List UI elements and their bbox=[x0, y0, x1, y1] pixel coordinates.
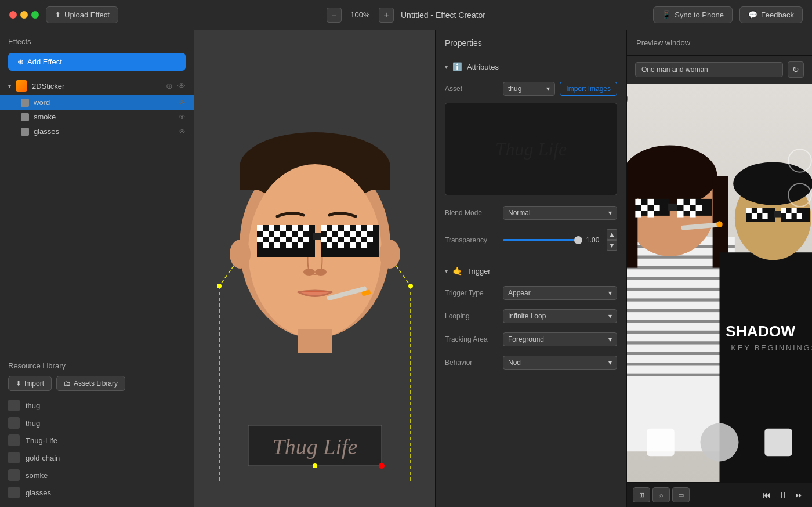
asset-value: thug bbox=[508, 85, 521, 93]
zoom-in-button[interactable]: + bbox=[379, 8, 394, 23]
svg-rect-69 bbox=[627, 309, 735, 312]
svg-rect-111 bbox=[786, 213, 791, 219]
attributes-label: Attributes bbox=[467, 63, 499, 71]
svg-rect-93 bbox=[677, 211, 684, 218]
svg-rect-70 bbox=[627, 320, 735, 323]
add-effect-button[interactable]: ⊕ Add Effect bbox=[8, 53, 186, 71]
preview-refresh-button[interactable]: ↻ bbox=[788, 61, 804, 78]
maximize-window-button[interactable] bbox=[31, 11, 39, 19]
transparency-increment-button[interactable]: ▲ bbox=[607, 229, 617, 240]
behavior-arrow-icon: ▾ bbox=[608, 358, 612, 367]
asset-dropdown-arrow-icon: ▾ bbox=[546, 85, 550, 93]
svg-rect-19 bbox=[303, 225, 309, 231]
preview-screen-button[interactable]: ▭ bbox=[672, 487, 690, 502]
attributes-section-header[interactable]: ▾ ℹ️ Attributes bbox=[436, 56, 626, 77]
tree-item-smoke[interactable]: smoke 👁 bbox=[0, 110, 194, 124]
blend-mode-dropdown[interactable]: Normal ▾ bbox=[503, 206, 617, 220]
svg-rect-94 bbox=[690, 211, 696, 218]
svg-rect-106 bbox=[757, 208, 762, 213]
tracking-area-dropdown[interactable]: Foreground ▾ bbox=[503, 332, 617, 346]
attributes-info-icon: ℹ️ bbox=[452, 62, 462, 71]
svg-rect-36 bbox=[356, 225, 361, 231]
looping-dropdown[interactable]: Infinite Loop ▾ bbox=[503, 309, 617, 323]
asset-dropdown[interactable]: thug ▾ bbox=[503, 82, 555, 96]
svg-rect-48 bbox=[338, 242, 344, 248]
trigger-section-header[interactable]: ▾ 🤙 Trigger bbox=[436, 260, 626, 281]
tree-item-word-label: word bbox=[34, 98, 50, 107]
svg-rect-14 bbox=[313, 233, 321, 240]
sync-to-phone-button[interactable]: 📱 Sync to Phone bbox=[653, 6, 733, 23]
minimize-window-button[interactable] bbox=[20, 11, 28, 19]
titlebar-left: ⬆ Upload Effect bbox=[9, 6, 118, 23]
tree-item-smoke-label: smoke bbox=[34, 113, 56, 121]
resource-thumb-gold-chain bbox=[8, 452, 20, 463]
svg-point-96 bbox=[716, 221, 723, 227]
assets-library-button[interactable]: 🗂 Assets Library bbox=[56, 376, 125, 391]
add-group-button[interactable]: ⊕ bbox=[166, 81, 173, 90]
svg-rect-110 bbox=[792, 208, 797, 213]
trigger-arrow-icon: ▾ bbox=[445, 268, 448, 274]
app-title: Untitled - Effect Creator bbox=[401, 10, 485, 20]
looping-row: Looping Infinite Loop ▾ bbox=[436, 305, 626, 328]
feedback-icon: 💬 bbox=[748, 10, 757, 19]
preview-layout-button[interactable]: ⊞ bbox=[633, 487, 650, 502]
resource-item-thug2[interactable]: thug bbox=[0, 414, 194, 432]
effects-group[interactable]: ▾ 2DSticker ⊕ 👁 bbox=[0, 77, 194, 95]
resource-item-thug-life[interactable]: Thug-Life bbox=[0, 432, 194, 449]
group-actions: ⊕ 👁 bbox=[166, 81, 186, 90]
eye-group-button[interactable]: 👁 bbox=[177, 81, 186, 90]
eye-icon-word[interactable]: 👁 bbox=[179, 99, 186, 107]
import-button[interactable]: ⬇ Import bbox=[8, 376, 52, 391]
svg-rect-92 bbox=[696, 205, 702, 211]
svg-rect-72 bbox=[627, 341, 735, 344]
resource-item-glasses[interactable]: glasses bbox=[0, 484, 194, 501]
resource-thumb-glasses bbox=[8, 487, 20, 498]
resource-item-thug1[interactable]: thug bbox=[0, 397, 194, 414]
canvas-area[interactable]: Thug Life bbox=[194, 30, 435, 507]
svg-rect-86 bbox=[654, 205, 660, 211]
svg-rect-42 bbox=[321, 237, 327, 242]
eye-icon-smoke[interactable]: 👁 bbox=[179, 113, 186, 121]
titlebar: ⬆ Upload Effect − 100% + Untitled - Effe… bbox=[0, 0, 812, 30]
preview-scene: SHADOW KEY BEGINNINGS bbox=[627, 84, 812, 482]
resource-item-smoke[interactable]: somke bbox=[0, 466, 194, 484]
tree-item-word[interactable]: word 👁 bbox=[0, 95, 194, 110]
item-icon-word bbox=[21, 99, 29, 107]
trigger-label: Trigger bbox=[467, 267, 491, 276]
trigger-type-dropdown[interactable]: Appear ▾ bbox=[503, 286, 617, 300]
preview-prev-button[interactable]: ⏮ bbox=[760, 488, 774, 502]
preview-dropdown[interactable]: One man and woman One man One woman Two … bbox=[635, 62, 783, 77]
svg-rect-28 bbox=[303, 237, 309, 242]
titlebar-right: 📱 Sync to Phone 💬 Feedback bbox=[653, 6, 803, 23]
asset-preview-text: Thug Life bbox=[495, 139, 567, 160]
titlebar-center: − 100% + Untitled - Effect Creator bbox=[327, 8, 485, 23]
preview-next-button[interactable]: ⏭ bbox=[792, 488, 806, 502]
close-window-button[interactable] bbox=[9, 11, 17, 19]
sync-icon: 📱 bbox=[662, 10, 671, 19]
svg-rect-29 bbox=[263, 242, 269, 248]
resource-label-smoke: somke bbox=[26, 471, 48, 480]
tree-item-glasses[interactable]: glasses 👁 bbox=[0, 124, 194, 139]
eye-icon-glasses[interactable]: 👁 bbox=[179, 128, 186, 136]
svg-rect-91 bbox=[683, 205, 690, 211]
import-images-button[interactable]: Import Images bbox=[560, 82, 617, 96]
behavior-dropdown[interactable]: Nod ▾ bbox=[503, 356, 617, 370]
svg-rect-66 bbox=[627, 277, 735, 280]
svg-rect-53 bbox=[298, 329, 332, 353]
svg-rect-88 bbox=[647, 211, 654, 218]
tracking-area-label: Tracking Area bbox=[445, 335, 497, 343]
resource-label-thug-life: Thug-Life bbox=[26, 436, 57, 445]
svg-rect-33 bbox=[321, 225, 327, 231]
transparency-slider[interactable] bbox=[503, 239, 582, 241]
resource-item-gold-chain[interactable]: gold chain bbox=[0, 449, 194, 466]
zoom-out-button[interactable]: − bbox=[327, 8, 342, 23]
face-illustration: Thug Life bbox=[208, 54, 422, 483]
svg-rect-30 bbox=[274, 242, 280, 248]
upload-effect-button[interactable]: ⬆ Upload Effect bbox=[46, 6, 118, 23]
preview-search-button[interactable]: ⌕ bbox=[652, 487, 670, 502]
feedback-button[interactable]: 💬 Feedback bbox=[740, 6, 803, 23]
svg-rect-73 bbox=[627, 352, 735, 355]
transparency-decrement-button[interactable]: ▼ bbox=[607, 240, 617, 251]
preview-pause-button[interactable]: ⏸ bbox=[776, 488, 790, 502]
svg-rect-78 bbox=[627, 176, 637, 267]
